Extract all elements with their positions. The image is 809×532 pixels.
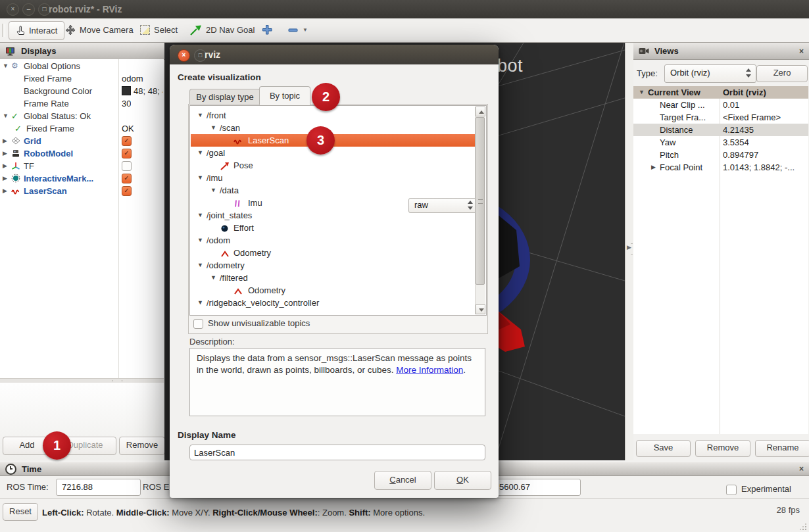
chevron-down-icon[interactable]: ▼ [197,234,203,247]
view-row-near-clip[interactable]: Near Clip ... 0.01 [633,99,808,111]
chevron-right-icon[interactable]: ▶ [3,135,7,147]
tree-row-frame-rate[interactable]: Frame Rate 30 [0,97,164,110]
chevron-down-icon[interactable]: ▼ [197,209,203,222]
remove-tool-button[interactable]: ▼ [288,21,308,39]
tree-row-tf[interactable]: ▶ TF [0,160,164,172]
chevron-down-icon[interactable]: ▼ [197,109,203,122]
tree-row-robotmodel[interactable]: ▶ RobotModel ✓ [0,147,164,160]
chevron-down-icon[interactable]: ▼ [3,60,9,72]
topic-row[interactable]: Odometry [191,284,475,297]
tab-by-topic[interactable]: By topic [259,86,310,105]
cancel-button[interactable]: Cancel [374,471,431,490]
tab-by-display-type[interactable]: By display type [189,89,260,105]
enabled-checkbox[interactable]: ✓ [122,149,132,158]
enabled-checkbox[interactable]: ✓ [122,186,132,196]
dialog-close-icon[interactable]: × [178,49,190,62]
dialog-title-bar[interactable]: × □ rviz [170,45,499,64]
topic-row[interactable]: ▼/scan [191,122,475,134]
topic-row[interactable]: ▼/data [191,184,475,197]
tree-row-fixed-frame-status[interactable]: ✓ Fixed Frame OK [0,122,164,135]
window-close-icon[interactable]: × [7,3,19,16]
view-property-value[interactable]: 0.894797 [723,149,758,161]
display-name-input[interactable] [189,445,485,460]
rename-view-button[interactable]: Rename [755,440,809,457]
ros-time-field[interactable]: 7216.88 [56,479,141,496]
view-row-current[interactable]: ▼ Current View Orbit (rviz) [633,86,808,99]
scroll-down-icon[interactable] [476,304,485,314]
topic-row[interactable]: ▼/goal [191,147,475,159]
view-row-pitch[interactable]: Pitch 0.894797 [633,149,808,161]
topic-row[interactable]: ▼/odometry [191,259,475,272]
enabled-checkbox[interactable]: ✓ [122,136,132,146]
topic-row[interactable]: Effort [191,222,475,234]
scroll-up-icon[interactable] [476,107,485,116]
chevron-down-icon[interactable]: ▼ [197,147,203,159]
chevron-down-icon[interactable]: ▼ [210,272,216,284]
chevron-right-icon[interactable]: ▶ [651,161,656,174]
property-value[interactable]: 30 [122,97,131,110]
chevron-down-icon[interactable]: ▼ [210,122,216,134]
close-icon[interactable]: × [799,465,804,473]
chevron-right-icon[interactable]: ▶ [3,147,7,160]
show-unvisualizable-checkbox[interactable] [193,319,203,329]
spinner-arrows-icon[interactable] [746,68,752,78]
window-minimize-icon[interactable]: – [22,3,35,16]
chevron-down-icon[interactable]: ▼ [197,297,203,309]
topic-row[interactable]: Odometry [191,247,475,259]
tree-row-grid[interactable]: ▶ Grid ✓ [0,135,164,147]
remove-display-button[interactable]: Remove [119,437,165,455]
view-property-value[interactable]: 0.01 [723,99,739,111]
interact-tool-button[interactable]: Interact [9,21,64,40]
add-tool-button[interactable] [262,21,273,39]
tree-row-fixed-frame[interactable]: Fixed Frame odom [0,72,164,85]
chevron-down-icon[interactable]: ▼ [197,259,203,272]
tree-row-interactive-markers[interactable]: ▶ InteractiveMark... ✓ [0,172,164,185]
resize-grip[interactable] [800,523,806,530]
enabled-checkbox[interactable] [122,161,132,171]
ok-button[interactable]: OK [434,471,491,490]
experimental-checkbox[interactable] [726,485,737,495]
scrollbar[interactable] [475,107,485,314]
tree-row-laserscan[interactable]: ▶ LaserScan ✓ [0,185,164,197]
topic-row[interactable]: ▼/ridgeback_velocity_controller [191,297,475,309]
wall-time-field[interactable]: 5600.67 [493,479,581,496]
tree-row-background-color[interactable]: Background Color 48; 48; 48 [0,85,164,97]
reset-button[interactable]: Reset [3,503,38,521]
spinner-arrows-icon[interactable] [468,200,474,210]
move-camera-tool-button[interactable]: Move Camera [65,21,134,39]
view-row-target-frame[interactable]: Target Fra... <Fixed Frame> [633,111,808,124]
toolbar-grip[interactable] [2,24,5,37]
property-value[interactable]: 48; 48; 48 [122,85,162,97]
topic-row[interactable]: ▼/filtered [191,272,475,284]
topic-row[interactable]: Pose [191,159,475,172]
property-value[interactable]: odom [122,72,143,85]
view-type-combobox[interactable]: Orbit (rviz) [664,64,756,83]
chevron-down-icon[interactable]: ▼ [210,184,216,197]
tool-dropdown-caret-icon[interactable]: ▼ [303,27,308,33]
save-view-button[interactable]: Save [636,440,691,457]
topic-row[interactable]: ▼/odom [191,234,475,247]
tree-row-global-options[interactable]: ▼ ⚙ Global Options [0,60,164,72]
tree-row-global-status[interactable]: ▼ ✓ Global Status: Ok [0,110,164,122]
zero-button[interactable]: Zero [756,65,808,82]
chevron-down-icon[interactable]: ▼ [197,172,203,184]
close-icon[interactable]: × [799,47,804,55]
topic-row[interactable]: ▼/front [191,109,475,122]
enabled-checkbox[interactable]: ✓ [122,174,132,183]
nav-goal-tool-button[interactable]: 2D Nav Goal [190,21,255,39]
scrollbar-thumb[interactable] [476,117,485,285]
topic-tree-list[interactable]: ▼/front ▼/scan LaserScan ▼/goal Pose ▼/i… [189,105,487,316]
imu-display-combobox[interactable]: raw [408,198,478,213]
chevron-right-icon[interactable]: ▶ [3,185,7,197]
chevron-down-icon[interactable]: ▼ [639,86,645,99]
view-property-value[interactable]: 4.21435 [723,124,754,136]
chevron-right-icon[interactable]: ▶ [3,160,7,172]
view-row-focal-point[interactable]: ▶ Focal Point 1.0143; 1.8842; -... [633,161,808,174]
chevron-right-icon[interactable]: ▶ [3,172,7,185]
view-row-yaw[interactable]: Yaw 3.5354 [633,136,808,149]
more-information-link[interactable]: More Information [396,365,463,375]
remove-view-button[interactable]: Remove [695,440,750,457]
view-property-value[interactable]: <Fixed Frame> [723,111,781,124]
view-property-value[interactable]: 1.0143; 1.8842; -... [723,161,795,174]
view-row-distance[interactable]: Distance 4.21435 [633,124,808,136]
